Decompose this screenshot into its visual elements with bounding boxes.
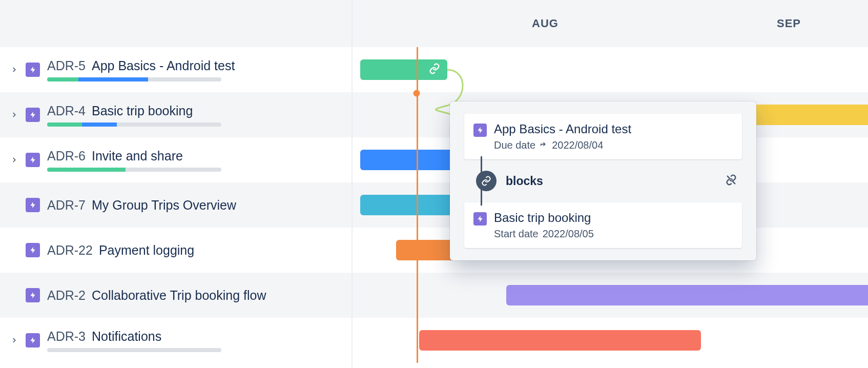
issue-key[interactable]: ADR-22 <box>47 243 93 258</box>
issue-summary[interactable]: Invite and share <box>92 149 183 163</box>
arrow-turn-icon <box>540 141 548 150</box>
month-label: SEP <box>777 0 801 47</box>
epic-icon <box>26 63 40 77</box>
link-icon[interactable] <box>429 63 440 76</box>
issue-key[interactable]: ADR-5 <box>47 58 86 73</box>
epic-icon <box>26 288 40 302</box>
epic-icon <box>26 333 40 347</box>
issue-summary[interactable]: Notifications <box>92 329 161 344</box>
dependency-source-card[interactable]: App Basics - Android test Due date 2022/… <box>464 114 742 159</box>
timeline-row <box>353 318 868 363</box>
issue-row[interactable]: ADR-7My Group Trips Overview <box>0 182 352 228</box>
issue-key[interactable]: ADR-2 <box>47 288 86 303</box>
chevron-right-icon[interactable] <box>10 156 18 164</box>
unlink-button[interactable] <box>726 174 737 188</box>
issue-summary[interactable]: App Basics - Android test <box>92 58 235 73</box>
chevron-right-icon[interactable] <box>10 336 18 344</box>
issue-summary[interactable]: Collaborative Trip booking flow <box>92 288 266 303</box>
dependency-relation-label: blocks <box>506 174 543 188</box>
dependency-target-date: 2022/08/05 <box>543 228 594 240</box>
timeline-bar[interactable] <box>506 285 868 305</box>
progress-bar <box>47 348 221 352</box>
dependency-source-title: App Basics - Android test <box>494 122 631 136</box>
epic-icon <box>473 212 487 226</box>
dependency-target-card[interactable]: Basic trip booking Start date 2022/08/05 <box>464 202 742 248</box>
dependency-popover: App Basics - Android test Due date 2022/… <box>450 101 756 260</box>
issue-summary[interactable]: Basic trip booking <box>92 104 193 118</box>
issue-row[interactable]: ADR-4Basic trip booking <box>0 92 352 137</box>
dependency-target-title: Basic trip booking <box>494 211 594 225</box>
epic-icon <box>26 243 40 257</box>
epic-icon <box>473 124 487 137</box>
dependency-source-date: 2022/08/04 <box>552 139 603 151</box>
issue-row[interactable]: ADR-2Collaborative Trip booking flow <box>0 273 352 318</box>
issue-summary[interactable]: My Group Trips Overview <box>92 198 236 213</box>
chevron-right-icon[interactable] <box>10 111 18 119</box>
timeline-row <box>353 47 868 92</box>
issue-key[interactable]: ADR-6 <box>47 149 86 163</box>
issue-row[interactable]: ADR-6Invite and share <box>0 137 352 182</box>
link-icon <box>476 171 497 191</box>
dependency-target-sub-label: Start date <box>494 228 539 240</box>
timeline-row <box>353 273 868 318</box>
month-label: AUG <box>532 0 559 47</box>
timeline-header: AUG SEP <box>353 0 868 47</box>
issue-list-panel: ADR-5App Basics - Android testADR-4Basic… <box>0 0 352 368</box>
progress-bar <box>47 77 221 81</box>
epic-icon <box>26 153 40 167</box>
issue-key[interactable]: ADR-4 <box>47 104 86 118</box>
epic-icon <box>26 108 40 122</box>
issue-row[interactable]: ADR-3Notifications <box>0 318 352 363</box>
timeline-bar[interactable] <box>419 330 701 351</box>
today-marker-dot <box>414 90 420 97</box>
timeline-bar[interactable] <box>360 59 447 80</box>
issue-list-header <box>0 0 352 47</box>
epic-icon <box>26 198 40 212</box>
dependency-source-sub-label: Due date <box>494 139 535 151</box>
timeline-bar[interactable] <box>752 105 868 125</box>
chevron-right-icon[interactable] <box>10 66 18 74</box>
issue-key[interactable]: ADR-7 <box>47 198 86 213</box>
issue-row[interactable]: ADR-22Payment logging <box>0 228 352 273</box>
issue-summary[interactable]: Payment logging <box>99 243 194 258</box>
progress-bar <box>47 122 221 127</box>
issue-key[interactable]: ADR-3 <box>47 329 86 344</box>
issue-row[interactable]: ADR-5App Basics - Android test <box>0 47 352 92</box>
timeline-panel: AUG SEP App Basics - Android test <box>352 0 868 368</box>
progress-bar <box>47 168 221 172</box>
